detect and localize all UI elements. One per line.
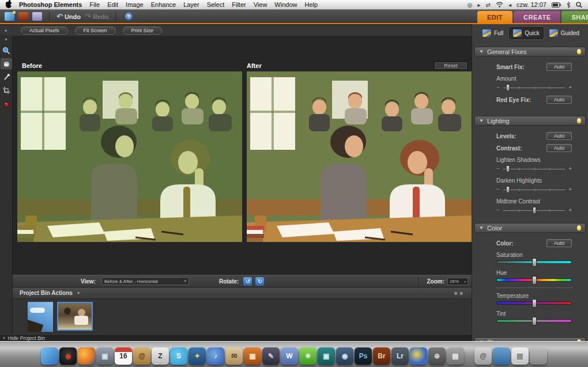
- sync-status-icon[interactable]: ◎: [468, 2, 473, 8]
- section-header[interactable]: ▼Color: [474, 223, 586, 233]
- thumbnail-sky-photo[interactable]: [28, 302, 53, 332]
- auto-button[interactable]: Auto: [546, 132, 572, 140]
- slider-thumb[interactable]: [532, 276, 537, 285]
- photoshop-icon[interactable]: Ps: [355, 347, 372, 365]
- projector-app-icon[interactable]: ▦: [244, 347, 261, 365]
- z-app-icon[interactable]: Z: [152, 347, 169, 365]
- zoom-value-box[interactable]: 26% ▾: [447, 278, 468, 285]
- wifi-icon[interactable]: [496, 2, 503, 7]
- save-icon[interactable]: [32, 12, 42, 21]
- input-sync-icon[interactable]: ⇄: [486, 2, 491, 8]
- word-icon[interactable]: W: [281, 347, 298, 365]
- preview-icon[interactable]: ▣: [96, 347, 114, 365]
- auto-button[interactable]: Auto: [546, 239, 572, 247]
- mode-quick[interactable]: Quick: [509, 27, 544, 39]
- bin-options-icon[interactable]: ∗∗: [454, 290, 465, 296]
- rotate-right-button[interactable]: ↻: [255, 277, 264, 286]
- messenger-icon[interactable]: ✳: [299, 347, 316, 365]
- auto-button[interactable]: Auto: [546, 63, 572, 71]
- hue-gradient-slider[interactable]: [496, 278, 572, 282]
- menu-file[interactable]: File: [89, 1, 100, 8]
- menu-help[interactable]: Help: [304, 1, 318, 8]
- fit-screen-button[interactable]: Fit Screen: [75, 27, 116, 35]
- auto-button[interactable]: Auto: [546, 144, 572, 152]
- battery-icon[interactable]: [552, 2, 561, 7]
- undo-button[interactable]: ↶ Undo: [56, 12, 81, 21]
- tools-caret-icon[interactable]: ▾: [5, 37, 7, 43]
- slider-thumb[interactable]: [532, 207, 536, 214]
- slider-track[interactable]: [503, 83, 565, 92]
- slider-track[interactable]: [503, 185, 565, 194]
- slider-minus[interactable]: −: [496, 187, 500, 192]
- slider-thumb[interactable]: [532, 258, 537, 267]
- redo-button[interactable]: ↷ Redo: [85, 12, 108, 21]
- slider-thumb[interactable]: [532, 299, 537, 308]
- finder-icon[interactable]: [41, 347, 58, 365]
- bridge-icon[interactable]: Br: [373, 347, 390, 365]
- menu-view[interactable]: View: [254, 1, 267, 8]
- dashboard-icon[interactable]: ◉: [59, 347, 77, 365]
- menu-edit[interactable]: Edit: [107, 1, 118, 8]
- rotate-left-button[interactable]: ↺: [243, 277, 252, 286]
- menu-window[interactable]: Window: [274, 1, 297, 8]
- options-caret-icon[interactable]: ▾: [5, 28, 7, 33]
- slider-thumb[interactable]: [532, 317, 537, 326]
- menu-enhance[interactable]: Enhance: [151, 1, 176, 8]
- tab-share[interactable]: SHARE: [561, 11, 588, 23]
- slideshow-app-icon[interactable]: ▤: [447, 347, 464, 365]
- container-icon[interactable]: [493, 347, 510, 365]
- menu-clock[interactable]: czw. 12:07: [517, 1, 546, 8]
- open-file-icon[interactable]: [18, 12, 28, 21]
- mode-guided[interactable]: Guided: [546, 28, 583, 39]
- slider-thumb[interactable]: [506, 84, 510, 91]
- section-header[interactable]: ▼Lighting: [474, 116, 586, 126]
- auto-button[interactable]: Auto: [546, 96, 572, 104]
- section-header[interactable]: ▼General Fixes: [474, 47, 586, 56]
- reset-button[interactable]: Reset: [434, 62, 468, 70]
- iphoto-icon[interactable]: ✦: [189, 347, 206, 365]
- menu-select[interactable]: Select: [207, 1, 225, 8]
- crop-tool[interactable]: [1, 85, 12, 96]
- spotlight-search-icon[interactable]: [576, 2, 582, 8]
- menu-filter[interactable]: Filter: [232, 1, 246, 8]
- lightbulb-icon[interactable]: [577, 49, 581, 54]
- lightroom-icon[interactable]: Lr: [391, 347, 409, 365]
- trash-icon[interactable]: [530, 347, 547, 365]
- ical-icon[interactable]: 16: [115, 347, 132, 365]
- tab-edit[interactable]: EDIT: [477, 11, 512, 23]
- menu-app-name[interactable]: Photoshop Elements: [19, 1, 82, 8]
- zoom-tool[interactable]: [1, 45, 12, 56]
- stamp-app-icon[interactable]: @: [474, 347, 492, 365]
- slider-thumb[interactable]: [506, 186, 510, 193]
- address-book-icon[interactable]: @: [133, 347, 150, 365]
- menu-layer[interactable]: Layer: [183, 1, 199, 8]
- notes-icon[interactable]: ✉: [225, 347, 243, 365]
- slider-minus[interactable]: −: [496, 166, 500, 172]
- skype-icon[interactable]: S: [170, 347, 187, 365]
- documents-icon[interactable]: ▤: [511, 347, 529, 365]
- view-select[interactable]: Before & After - Horizontal ▾: [101, 277, 189, 285]
- quick-selection-tool[interactable]: [1, 71, 12, 82]
- photo-booth-icon[interactable]: ▣: [318, 347, 335, 365]
- project-bin-actions-button[interactable]: Project Bin Actions: [20, 290, 73, 296]
- settings-app-icon[interactable]: ⊕: [428, 347, 446, 365]
- slider-track[interactable]: [503, 164, 565, 173]
- help-button[interactable]: ?: [125, 13, 133, 20]
- web-app-icon[interactable]: [410, 347, 427, 365]
- slider-plus[interactable]: +: [568, 85, 572, 90]
- thumbnail-classroom-photo-selected[interactable]: [57, 302, 93, 331]
- volume-icon[interactable]: ◂: [508, 2, 511, 8]
- slider-track[interactable]: [503, 206, 565, 214]
- camera-app-icon[interactable]: ◉: [336, 347, 353, 365]
- tab-create[interactable]: CREATE: [514, 11, 560, 23]
- menu-image[interactable]: Image: [126, 1, 144, 8]
- hand-tool[interactable]: [1, 58, 12, 69]
- bluetooth-icon[interactable]: [566, 2, 571, 8]
- apple-menu-icon[interactable]: [6, 2, 12, 8]
- tint-gradient-slider[interactable]: [496, 319, 572, 323]
- lightbulb-icon[interactable]: [577, 118, 581, 123]
- slider-plus[interactable]: +: [568, 207, 572, 213]
- playback-icon[interactable]: ▸: [478, 2, 481, 8]
- slider-minus[interactable]: −: [496, 207, 500, 213]
- lightbulb-icon[interactable]: [577, 225, 581, 230]
